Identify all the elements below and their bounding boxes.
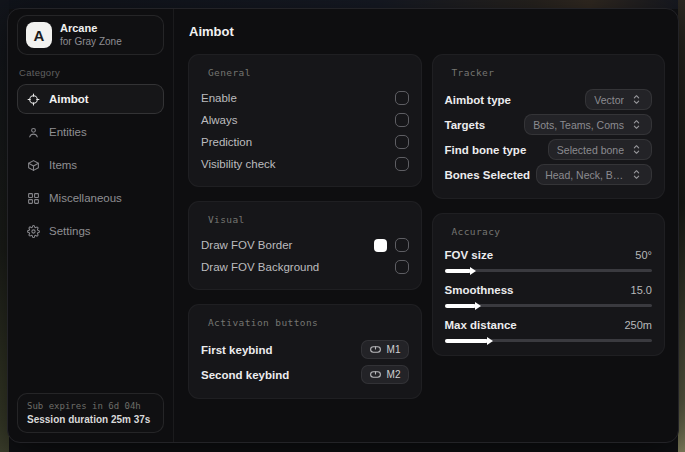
brand-card: A Arcane for Gray Zone (17, 15, 164, 55)
card-visual-title: Visual (208, 214, 245, 225)
checkbox[interactable] (395, 135, 409, 149)
session-duration-text: Session duration 25m 37s (27, 414, 154, 425)
dropdown-aimbot-type[interactable]: Vector (585, 89, 652, 110)
slider-fov-size: FOV size50° (445, 246, 653, 272)
slider-label: FOV size (445, 249, 494, 261)
keybind-label: First keybind (201, 344, 273, 356)
general-row: Enable (201, 87, 409, 109)
category-label: Category (19, 67, 162, 78)
sidebar-item-aimbot[interactable]: Aimbot (17, 84, 164, 114)
checkbox[interactable] (395, 157, 409, 171)
slider-fill (445, 339, 489, 343)
tracker-row: Aimbot typeVector (445, 87, 653, 112)
general-row: Prediction (201, 131, 409, 153)
sidebar-item-label: Miscellaneous (49, 192, 122, 204)
chevrons-up-down-icon (630, 168, 643, 181)
brand-logo: A (26, 22, 52, 48)
sidebar-item-entities[interactable]: Entities (17, 117, 164, 147)
brand-name: Arcane (60, 22, 147, 36)
visual-row: Draw FOV Border (201, 234, 409, 256)
visual-row-controls (395, 260, 409, 274)
sidebar-item-miscellaneous[interactable]: Miscellaneous (17, 183, 164, 213)
sidebar-item-label: Items (49, 159, 77, 171)
slider-fill (445, 269, 472, 273)
sidebar-menu: AimbotEntitiesItemsMiscellaneousSettings (17, 84, 164, 246)
slider-value: 50° (635, 249, 652, 261)
card-activation-buttons: Activation buttons First keybindM1Second… (188, 304, 422, 399)
slider-value: 15.0 (631, 284, 652, 296)
slider-label: Smoothness (445, 284, 514, 296)
dropdown-value: Selected bone (557, 144, 624, 156)
app-window: A Arcane for Gray Zone Category AimbotEn… (7, 8, 679, 443)
tracker-row: Find bone typeSelected bone (445, 137, 653, 162)
slider-smoothness: Smoothness15.0 (445, 281, 653, 307)
slider-track[interactable] (445, 339, 653, 342)
slider-fill (445, 304, 476, 308)
keybind-label: Second keybind (201, 369, 289, 381)
card-tracker: Tracker Aimbot typeVectorTargetsBots, Te… (432, 54, 666, 199)
slider-header: Max distance250m (445, 316, 653, 334)
tracker-row-label: Aimbot type (445, 94, 511, 106)
chevrons-up-down-icon (630, 118, 643, 131)
visual-row-label: Draw FOV Border (201, 239, 292, 251)
mouse-icon (369, 343, 382, 356)
sub-expires-text: Sub expires in 6d 04h (27, 401, 154, 411)
slider-value: 250m (624, 319, 652, 331)
crosshair-icon (26, 93, 40, 106)
box-icon (26, 159, 40, 172)
card-tracker-title: Tracker (452, 67, 495, 78)
general-row: Always (201, 109, 409, 131)
sidebar-item-label: Aimbot (49, 93, 89, 105)
keybind-value: M2 (387, 369, 401, 380)
page-title: Aimbot (189, 24, 665, 39)
keybind-button[interactable]: M2 (361, 365, 409, 384)
slider-label: Max distance (445, 319, 517, 331)
brand-subtitle: for Gray Zone (60, 36, 147, 49)
grid-icon (26, 192, 40, 205)
card-general-title: General (208, 67, 251, 78)
dropdown-value: Vector (594, 94, 624, 106)
card-general: General EnableAlwaysPredictionVisibility… (188, 54, 422, 187)
checkbox[interactable] (395, 91, 409, 105)
tracker-row-label: Targets (445, 119, 486, 131)
mouse-icon (369, 368, 382, 381)
color-swatch[interactable] (374, 239, 387, 252)
gear-icon (26, 225, 40, 238)
tracker-row-label: Bones Selected (445, 169, 531, 181)
dropdown-value: Head, Neck, Body, Pe.. (545, 169, 624, 181)
sidebar-item-label: Entities (49, 126, 87, 138)
slider-track[interactable] (445, 269, 653, 272)
sidebar-item-items[interactable]: Items (17, 150, 164, 180)
chevrons-up-down-icon (630, 93, 643, 106)
checkbox[interactable] (395, 260, 409, 274)
slider-header: Smoothness15.0 (445, 281, 653, 299)
checkbox[interactable] (395, 113, 409, 127)
slider-max-distance: Max distance250m (445, 316, 653, 342)
entities-icon (26, 126, 40, 139)
general-row-label: Visibility check (201, 158, 276, 170)
background-right (678, 0, 685, 452)
dropdown-bones-selected[interactable]: Head, Neck, Body, Pe.. (536, 164, 652, 185)
tracker-row: Bones SelectedHead, Neck, Body, Pe.. (445, 162, 653, 187)
general-row-label: Prediction (201, 136, 252, 148)
general-row: Visibility check (201, 153, 409, 175)
card-accuracy-title: Accuracy (452, 226, 501, 237)
keybind-value: M1 (387, 344, 401, 355)
dropdown-value: Bots, Teams, Coms (533, 119, 624, 131)
visual-row: Draw FOV Background (201, 256, 409, 278)
tracker-row: TargetsBots, Teams, Coms (445, 112, 653, 137)
sidebar: A Arcane for Gray Zone Category AimbotEn… (8, 9, 174, 442)
keybind-row: First keybindM1 (201, 337, 409, 362)
keybind-button[interactable]: M1 (361, 340, 409, 359)
slider-header: FOV size50° (445, 246, 653, 264)
slider-track[interactable] (445, 304, 653, 307)
sidebar-item-label: Settings (49, 225, 91, 237)
general-row-label: Enable (201, 92, 237, 104)
tracker-row-label: Find bone type (445, 144, 527, 156)
checkbox[interactable] (395, 238, 409, 252)
dropdown-find-bone-type[interactable]: Selected bone (548, 139, 652, 160)
visual-row-controls (374, 238, 409, 252)
dropdown-targets[interactable]: Bots, Teams, Coms (524, 114, 652, 135)
sidebar-item-settings[interactable]: Settings (17, 216, 164, 246)
visual-row-label: Draw FOV Background (201, 261, 319, 273)
